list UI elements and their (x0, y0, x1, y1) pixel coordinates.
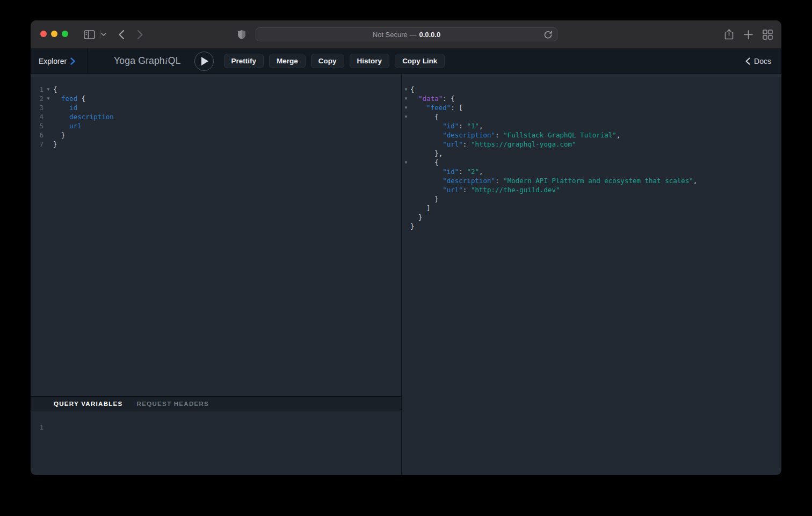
line-number: 3 (31, 103, 44, 112)
explorer-toggle[interactable]: Explorer (31, 48, 88, 74)
reload-icon[interactable] (543, 30, 553, 41)
browser-window: Not Secure — 0.0.0.0 (31, 20, 781, 475)
code-line: ▼ { (402, 158, 781, 167)
code-text: "id": "2", (410, 167, 483, 176)
code-line: 1▼{ (31, 85, 401, 94)
fold-spacer (44, 121, 53, 130)
minimize-window-button[interactable] (51, 31, 57, 37)
code-line: } (402, 213, 781, 222)
zoom-window-button[interactable] (62, 31, 68, 37)
fold-spacer (402, 140, 410, 149)
docs-label: Docs (754, 57, 771, 66)
code-line: "url": "http://the-guild.dev" (402, 185, 781, 194)
line-number: 1 (31, 85, 44, 94)
fold-toggle-icon[interactable]: ▼ (44, 85, 53, 94)
privacy-shield-icon[interactable] (236, 20, 247, 48)
tab-overview-icon[interactable] (761, 20, 774, 48)
toolbar-button-prettify[interactable]: Prettify (224, 54, 264, 68)
code-text: id (53, 103, 77, 112)
code-text: "description": "Fullstack GraphQL Tutori… (410, 130, 620, 140)
fold-spacer (402, 185, 410, 194)
browser-titlebar: Not Secure — 0.0.0.0 (31, 20, 781, 48)
new-tab-icon[interactable] (742, 20, 755, 48)
code-text: { (53, 85, 57, 94)
toolbar-button-group: PrettifyMergeCopyHistoryCopy Link (224, 54, 445, 68)
code-line: ] (402, 204, 781, 213)
share-icon[interactable] (722, 20, 735, 48)
docs-button[interactable]: Docs (745, 57, 771, 66)
code-text: "feed": [ (410, 103, 463, 112)
variables-editor[interactable]: 1 (31, 411, 401, 475)
tab-query-variables[interactable]: QUERY VARIABLES (54, 401, 123, 407)
code-line: "url": "https://graphql-yoga.com" (402, 140, 781, 149)
query-editor[interactable]: 1▼{2▼ feed {3 id4 description5 url6 }7} (31, 74, 401, 396)
code-text: { (410, 112, 439, 121)
fold-spacer (402, 176, 410, 185)
fold-toggle-icon[interactable]: ▼ (402, 112, 410, 121)
code-text: } (53, 140, 57, 149)
code-line: "id": "1", (402, 121, 781, 130)
explorer-label: Explorer (39, 57, 67, 66)
code-line: ▼{ (402, 85, 781, 94)
code-line: "description": "Modern API Platform and … (402, 176, 781, 185)
workspace: 1▼{2▼ feed {3 id4 description5 url6 }7} … (31, 74, 781, 475)
code-text: }, (410, 149, 443, 158)
close-window-button[interactable] (40, 31, 47, 37)
code-text: { (410, 158, 439, 167)
line-number: 4 (31, 112, 44, 121)
code-line: "description": "Fullstack GraphQL Tutori… (402, 130, 781, 140)
toolbar-button-copy[interactable]: Copy (311, 54, 344, 68)
fold-toggle-icon[interactable]: ▼ (402, 85, 410, 94)
code-line: 4 description (31, 112, 401, 121)
fold-toggle-icon[interactable]: ▼ (402, 158, 410, 167)
fold-toggle-icon[interactable]: ▼ (402, 94, 410, 103)
line-number: 1 (31, 423, 44, 432)
result-viewer[interactable]: ▼{▼ "data": {▼ "feed": [▼ { "id": "1", "… (402, 74, 781, 475)
fold-spacer (402, 222, 410, 231)
fold-spacer (44, 423, 53, 432)
sidebar-toggle-icon[interactable] (82, 20, 96, 48)
code-line: 6 } (31, 130, 401, 140)
fold-spacer (402, 204, 410, 213)
address-bar[interactable]: Not Secure — 0.0.0.0 (256, 27, 557, 41)
toolbar-button-copy-link[interactable]: Copy Link (395, 54, 445, 68)
fold-spacer (44, 140, 53, 149)
fold-toggle-icon[interactable]: ▼ (44, 94, 53, 103)
code-line: }, (402, 149, 781, 158)
play-icon (201, 57, 208, 66)
fold-spacer (402, 149, 410, 158)
fold-spacer (402, 194, 410, 204)
fold-spacer (402, 121, 410, 130)
chevron-right-icon (70, 57, 75, 65)
code-text: "url": "https://graphql-yoga.com" (410, 140, 576, 149)
tab-request-headers[interactable]: REQUEST HEADERS (137, 401, 209, 407)
line-number: 5 (31, 121, 44, 130)
execute-query-button[interactable] (194, 52, 214, 71)
code-text: } (53, 130, 66, 140)
fold-toggle-icon[interactable]: ▼ (402, 103, 410, 112)
window-controls (40, 31, 68, 37)
fold-spacer (402, 130, 410, 140)
fold-spacer (402, 213, 410, 222)
fold-spacer (44, 112, 53, 121)
url-host: 0.0.0.0 (419, 31, 440, 39)
fold-spacer (402, 167, 410, 176)
code-text: "url": "http://the-guild.dev" (410, 185, 560, 194)
code-line: "id": "2", (402, 167, 781, 176)
security-label: Not Secure — (373, 31, 417, 39)
code-line: 1 (31, 423, 401, 432)
sidebar-chevron-down-icon[interactable] (98, 20, 110, 48)
code-text: ] (410, 204, 431, 213)
code-text: } (410, 194, 439, 204)
code-text: url (53, 121, 82, 130)
chevron-left-icon (745, 57, 750, 65)
line-number: 2 (31, 94, 44, 103)
forward-button-icon[interactable] (134, 20, 146, 48)
code-text: "id": "1", (410, 121, 483, 130)
toolbar-button-history[interactable]: History (350, 54, 390, 68)
back-button-icon[interactable] (115, 20, 127, 48)
code-text: } (410, 213, 423, 222)
toolbar-button-merge[interactable]: Merge (269, 54, 306, 68)
graphiql-toolbar: Explorer Yoga GraphiQL PrettifyMergeCopy… (31, 48, 781, 74)
code-line: 2▼ feed { (31, 94, 401, 103)
